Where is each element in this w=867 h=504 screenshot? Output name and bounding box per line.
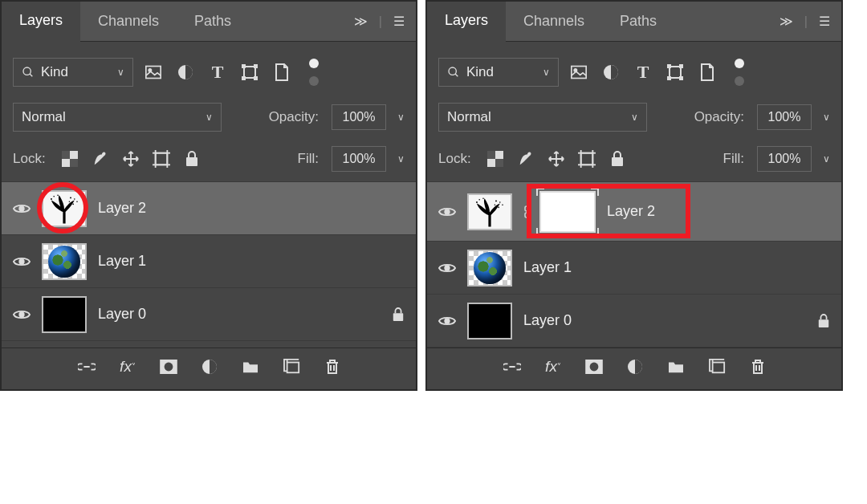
tab-channels[interactable]: Channels xyxy=(506,2,602,42)
collapse-icon[interactable]: ≫ xyxy=(354,14,368,29)
new-layer-icon[interactable] xyxy=(709,359,727,375)
link-layers-icon[interactable] xyxy=(503,361,521,372)
opacity-value[interactable]: 100% xyxy=(757,104,812,130)
layer-row[interactable]: Layer 2 xyxy=(2,181,416,234)
layer-name[interactable]: Layer 0 xyxy=(523,312,572,329)
layer-row[interactable]: Layer 1 xyxy=(427,241,841,294)
filter-type-icon[interactable]: T xyxy=(209,63,226,81)
divider: | xyxy=(379,14,382,29)
svg-rect-43 xyxy=(667,77,670,80)
fill-value[interactable]: 100% xyxy=(757,146,812,172)
panel-body: Kind ∨ T Normal ∨ Opacity: 100% ∨ Lock: xyxy=(2,42,416,389)
lock-label: Lock: xyxy=(438,151,471,167)
layer-row[interactable]: Layer 1 xyxy=(2,234,416,287)
layer-name[interactable]: Layer 1 xyxy=(523,259,572,276)
tab-layers[interactable]: Layers xyxy=(2,2,80,42)
layer-name[interactable]: Layer 2 xyxy=(98,200,146,217)
layer-name[interactable]: Layer 1 xyxy=(98,253,146,270)
visibility-toggle[interactable] xyxy=(438,262,456,274)
lock-image-icon[interactable] xyxy=(91,149,110,169)
fx-icon[interactable]: fx˅ xyxy=(120,358,136,376)
filter-kind-select[interactable]: Kind ∨ xyxy=(438,58,559,87)
layer-row[interactable]: Layer 2 xyxy=(427,181,841,241)
filter-adjustment-icon[interactable] xyxy=(177,63,194,81)
visibility-toggle[interactable] xyxy=(13,255,31,268)
collapse-icon[interactable]: ≫ xyxy=(779,14,793,29)
filter-shape-icon[interactable] xyxy=(666,63,684,81)
tab-paths[interactable]: Paths xyxy=(602,2,674,42)
layer-row[interactable]: Layer 0 xyxy=(2,287,416,340)
lock-all-icon[interactable] xyxy=(182,149,201,169)
svg-rect-46 xyxy=(487,151,495,159)
svg-point-22 xyxy=(57,194,59,196)
adjustment-layer-icon[interactable] xyxy=(201,359,218,375)
delete-layer-icon[interactable] xyxy=(751,359,765,375)
filter-pixel-icon[interactable] xyxy=(144,63,162,81)
layer-thumbnail[interactable] xyxy=(42,296,87,333)
layer-thumbnail[interactable] xyxy=(467,193,512,230)
filter-toggle[interactable] xyxy=(734,59,745,86)
opacity-value[interactable]: 100% xyxy=(332,104,386,130)
chevron-down-icon[interactable]: ∨ xyxy=(823,112,830,123)
layer-thumbnail[interactable] xyxy=(467,250,512,287)
panel-menu-icon[interactable]: ☰ xyxy=(819,14,830,29)
svg-rect-30 xyxy=(393,313,403,321)
filter-type-icon[interactable]: T xyxy=(634,63,652,81)
fx-icon[interactable]: fx˅ xyxy=(545,358,561,376)
delete-layer-icon[interactable] xyxy=(325,359,340,375)
chevron-down-icon[interactable]: ∨ xyxy=(397,112,405,123)
tab-paths[interactable]: Paths xyxy=(177,2,249,42)
visibility-toggle[interactable] xyxy=(13,202,31,215)
layers-panel-left: Layers Channels Paths ≫ | ☰ Kind ∨ T xyxy=(0,0,417,391)
lock-transparent-icon[interactable] xyxy=(486,149,505,169)
mask-link-icon[interactable] xyxy=(523,205,531,218)
tab-channels[interactable]: Channels xyxy=(80,2,177,42)
link-layers-icon[interactable] xyxy=(78,361,96,372)
adjustment-layer-icon[interactable] xyxy=(627,359,643,375)
group-icon[interactable] xyxy=(242,360,259,374)
add-mask-icon[interactable] xyxy=(585,360,603,374)
visibility-toggle[interactable] xyxy=(438,315,456,327)
add-mask-icon[interactable] xyxy=(160,360,177,374)
chevron-down-icon[interactable]: ∨ xyxy=(823,153,830,165)
layer-thumbnail[interactable] xyxy=(42,190,87,227)
new-layer-icon[interactable] xyxy=(283,359,301,375)
lock-position-icon[interactable] xyxy=(547,149,566,169)
panel-menu-icon[interactable]: ☰ xyxy=(393,14,405,29)
lock-position-icon[interactable] xyxy=(121,149,140,169)
layer-name[interactable]: Layer 0 xyxy=(98,306,146,323)
visibility-toggle[interactable] xyxy=(13,308,31,321)
lock-artboard-icon[interactable] xyxy=(577,149,596,169)
filter-toggle[interactable] xyxy=(308,59,320,86)
svg-point-28 xyxy=(19,259,24,264)
layer-mask-thumbnail[interactable] xyxy=(539,191,596,233)
layer-name[interactable]: Layer 2 xyxy=(607,203,655,220)
tree-icon xyxy=(45,193,83,225)
filter-smart-icon[interactable] xyxy=(273,63,291,81)
layers-panel-right: Layers Channels Paths ≫ | ☰ Kind ∨ T xyxy=(425,0,843,391)
visibility-toggle[interactable] xyxy=(438,205,456,218)
filter-smart-icon[interactable] xyxy=(698,63,716,81)
chevron-down-icon: ∨ xyxy=(631,112,638,123)
fill-label: Fill: xyxy=(723,151,744,167)
lock-all-icon[interactable] xyxy=(608,149,627,169)
panel-tabs: Layers Channels Paths ≫ | ☰ xyxy=(427,2,841,42)
layer-thumbnail[interactable] xyxy=(42,243,87,280)
lock-row: Lock: Fill: 100% ∨ xyxy=(2,140,416,181)
svg-point-56 xyxy=(478,199,480,201)
tab-layers[interactable]: Layers xyxy=(427,2,506,42)
chevron-down-icon[interactable]: ∨ xyxy=(397,153,405,165)
lock-artboard-icon[interactable] xyxy=(152,149,171,169)
layer-row[interactable]: Layer 0 xyxy=(427,294,841,347)
filter-pixel-icon[interactable] xyxy=(570,63,588,81)
lock-image-icon[interactable] xyxy=(516,149,535,169)
blend-mode-select[interactable]: Normal ∨ xyxy=(438,103,647,132)
blend-mode-select[interactable]: Normal ∨ xyxy=(13,103,222,132)
filter-adjustment-icon[interactable] xyxy=(602,63,620,81)
layer-thumbnail[interactable] xyxy=(467,303,512,339)
filter-kind-select[interactable]: Kind ∨ xyxy=(13,58,133,87)
filter-shape-icon[interactable] xyxy=(241,63,258,81)
lock-transparent-icon[interactable] xyxy=(60,149,79,169)
group-icon[interactable] xyxy=(667,360,685,374)
fill-value[interactable]: 100% xyxy=(332,146,386,172)
